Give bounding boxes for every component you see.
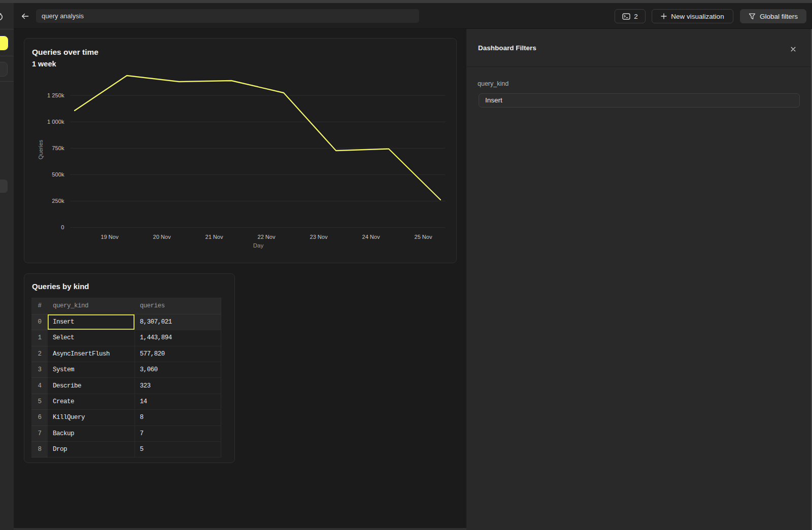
svg-text:23 Nov: 23 Nov (310, 234, 328, 240)
svg-text:20 Nov: 20 Nov (153, 234, 171, 240)
svg-text:0: 0 (61, 224, 64, 230)
svg-text:750k: 750k (52, 145, 64, 151)
svg-text:22 Nov: 22 Nov (258, 234, 276, 240)
svg-text:19 Nov: 19 Nov (101, 234, 119, 240)
svg-text:500k: 500k (52, 171, 64, 178)
svg-text:Queries: Queries (38, 139, 44, 159)
svg-text:25 Nov: 25 Nov (415, 234, 432, 240)
svg-text:Day: Day (253, 242, 264, 249)
svg-text:24 Nov: 24 Nov (362, 234, 380, 240)
svg-text:21 Nov: 21 Nov (206, 234, 223, 240)
svg-text:1 250k: 1 250k (47, 92, 64, 98)
svg-text:1 000k: 1 000k (47, 119, 64, 125)
svg-text:250k: 250k (52, 198, 64, 204)
